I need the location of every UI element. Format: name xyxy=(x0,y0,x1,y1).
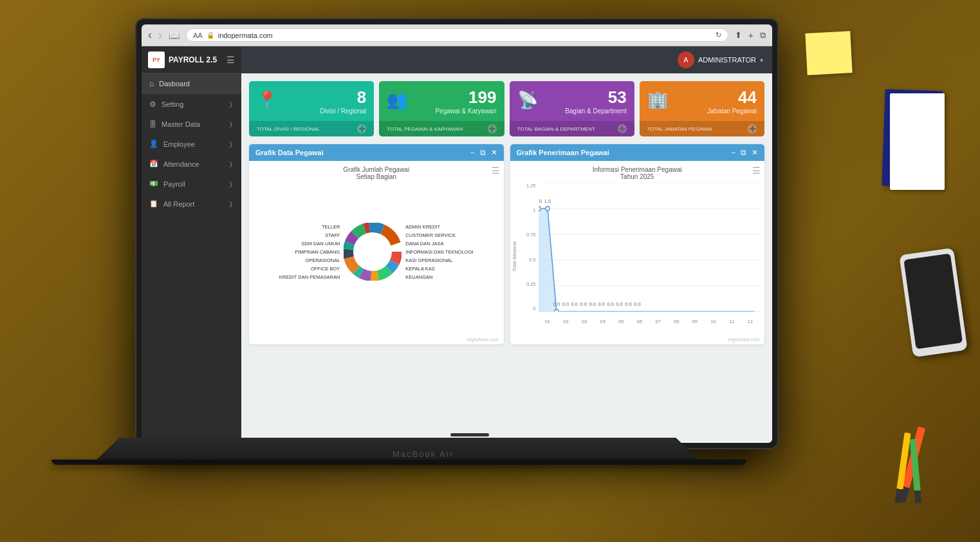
svg-text:0.0: 0.0 xyxy=(607,301,613,307)
pegawai-label: Pegawai & Karyawan xyxy=(435,107,496,115)
stat-card-divisi[interactable]: 📍 8 Divisi / Regional TOTAL DIVISI / REG… xyxy=(249,81,374,136)
admin-avatar: A xyxy=(683,56,688,64)
pegawai-number: 199 xyxy=(435,88,496,107)
browser-refresh-icon[interactable]: ↻ xyxy=(716,31,721,39)
label-operasional: OPERASIONAL xyxy=(279,257,340,263)
svg-text:1.0: 1.0 xyxy=(544,198,550,204)
browser-newtab-icon[interactable]: + xyxy=(748,30,753,41)
label-pimpinan: PIMPINAN CABANG xyxy=(279,249,340,255)
sidebar-item-payroll[interactable]: 💵 Payroll ❯ xyxy=(142,174,241,194)
chart-pegawai-credit: Highcharts.com xyxy=(467,337,499,342)
setting-label: Setting xyxy=(162,100,183,108)
label-keuangan: KEUANGAN xyxy=(405,274,473,280)
employee-arrow-icon: ❯ xyxy=(228,141,234,147)
x-label-04: 04 xyxy=(600,319,606,324)
all-report-arrow-icon: ❯ xyxy=(228,201,234,207)
sidebar-item-dashboard[interactable]: ⌂ Dasboard xyxy=(142,73,241,94)
browser-forward-btn[interactable]: › xyxy=(158,28,162,42)
x-label-12: 12 xyxy=(748,319,753,324)
y-axis-title: Total Absensi xyxy=(511,241,517,272)
browser-tabs-icon[interactable]: ⧉ xyxy=(760,30,766,41)
stat-card-jabatan[interactable]: 🏢 44 Jabatan Pegawai TOTAL JABATAN PEGAW… xyxy=(640,81,764,136)
payroll-label: Payroll xyxy=(163,180,185,188)
divisi-footer-text: TOTAL DIVISI / REGIONAL xyxy=(257,126,320,132)
svg-text:1.0: 1.0 xyxy=(539,198,542,204)
x-label-08: 08 xyxy=(674,319,679,324)
employee-icon: 👤 xyxy=(149,140,158,148)
chart-penerimaan-restore-btn[interactable]: ⧉ xyxy=(741,148,746,157)
jabatan-label: Jabatan Pegawai xyxy=(707,107,757,115)
chart-penerimaan-credit: Highcharts.com xyxy=(728,337,759,342)
y-label-0: 0 xyxy=(533,306,535,312)
stat-card-pegawai[interactable]: 👥 199 Pegawai & Karyawan TOTAL PEGAWAI &… xyxy=(379,81,504,136)
chart-pegawai-restore-btn[interactable]: ⧉ xyxy=(480,148,486,157)
label-staff: STAFF xyxy=(279,232,340,238)
master-data-arrow-icon: ❯ xyxy=(228,121,234,127)
sidebar-item-all-report[interactable]: 📋 All Report ❯ xyxy=(142,194,241,214)
chart-penerimaan-minimize-btn[interactable]: − xyxy=(731,148,735,157)
jabatan-number: 44 xyxy=(707,88,757,107)
chart-penerimaan-menu-icon[interactable]: ☰ xyxy=(752,165,761,176)
stat-card-bagian[interactable]: 📡 53 Bagian & Department TOTAL BAGIAN & … xyxy=(510,81,634,136)
chart-penerimaan-close-btn[interactable]: ✕ xyxy=(752,148,758,157)
setting-icon: ⚙ xyxy=(149,100,156,109)
payroll-arrow-icon: ❯ xyxy=(228,181,234,187)
y-label-075: 0.75 xyxy=(526,232,536,238)
sidebar-item-employee[interactable]: 👤 Employee ❯ xyxy=(142,134,241,154)
x-label-09: 09 xyxy=(692,319,698,324)
divisi-number: 8 xyxy=(320,88,367,107)
bagian-label: Bagian & Department xyxy=(565,107,627,115)
label-kepala-kas: KEPALA KAS xyxy=(405,266,473,272)
label-kasi: KASI OPERASIONAL xyxy=(405,257,473,263)
x-label-10: 10 xyxy=(710,319,716,324)
browser-back-btn[interactable]: ‹ xyxy=(148,28,152,42)
all-report-label: All Report xyxy=(163,200,194,208)
master-data-label: Master Data xyxy=(162,120,200,128)
svg-point-23 xyxy=(539,207,541,211)
svg-text:0.0: 0.0 xyxy=(589,301,595,307)
donut-chart xyxy=(344,223,402,281)
app-logo-text: PAYROLL 2.5 xyxy=(169,55,217,64)
chart-pegawai-panel: Grafik Data Pegawai − ⧉ ✕ Gra xyxy=(249,144,504,344)
label-informasi: INFORMASI DAN TEKNOLOGI xyxy=(405,249,473,255)
chart-penerimaan-subtitle1: Informasi Penerimaan Pegawai xyxy=(515,166,760,173)
admin-dropdown-icon[interactable]: ▾ xyxy=(760,57,763,64)
label-sdm: SDM DAN UMUM xyxy=(279,241,340,247)
admin-label: ADMINISTRATOR xyxy=(698,56,756,64)
pegawai-footer-text: TOTAL PEGAWAI & KARYAWAN xyxy=(387,126,463,132)
svg-point-15 xyxy=(358,238,387,266)
svg-text:0.0: 0.0 xyxy=(553,301,559,307)
sidebar-item-setting[interactable]: ⚙ Setting ❯ xyxy=(142,94,241,115)
browser-share-icon[interactable]: ⬆ xyxy=(735,30,742,40)
chart-pegawai-title: Grafik Data Pegawai xyxy=(255,149,324,156)
jabatan-footer-text: TOTAL JABATAN PEGAWAI xyxy=(647,126,712,132)
bagian-number: 53 xyxy=(565,88,627,107)
x-label-05: 05 xyxy=(618,319,624,324)
dashboard-icon: ⌂ xyxy=(149,79,154,88)
line-chart-svg: 1.0 1.0 0.0 0.0 0.0 0.0 0.0 0.0 xyxy=(539,183,760,312)
svg-text:0.0: 0.0 xyxy=(634,301,640,307)
browser-url[interactable]: indopermata.com xyxy=(218,32,712,39)
y-label-1: 1 xyxy=(533,207,535,213)
all-report-icon: 📋 xyxy=(149,200,158,208)
label-admin-kredit: ADMIN KREDIT xyxy=(405,224,473,230)
label-teller: TELLER xyxy=(279,224,340,230)
svg-text:0.0: 0.0 xyxy=(571,301,577,307)
sidebar-item-attendance[interactable]: 📅 Attendance ❯ xyxy=(142,154,241,174)
svg-text:0.0: 0.0 xyxy=(625,301,631,307)
hamburger-icon[interactable]: ☰ xyxy=(227,55,235,65)
dashboard-label: Dasboard xyxy=(159,80,190,88)
master-data-icon: 🗄 xyxy=(149,120,156,128)
chart-pegawai-minimize-btn[interactable]: − xyxy=(470,148,474,157)
browser-lock-icon: 🔒 xyxy=(207,32,214,39)
payroll-icon: 💵 xyxy=(149,180,158,188)
label-kredit: KREDIT DAN PEMASARAN xyxy=(279,274,340,280)
chart-pegawai-menu-icon[interactable]: ☰ xyxy=(492,165,500,176)
chart-pegawai-subtitle2: Setiap Bagian xyxy=(254,173,499,180)
browser-book-icon[interactable]: 📖 xyxy=(169,30,180,41)
employee-label: Employee xyxy=(163,140,195,148)
chart-panels-row: Grafik Data Pegawai − ⧉ ✕ Gra xyxy=(249,144,764,344)
chart-pegawai-close-btn[interactable]: ✕ xyxy=(491,148,497,157)
attendance-arrow-icon: ❯ xyxy=(228,161,234,167)
sidebar-item-master-data[interactable]: 🗄 Master Data ❯ xyxy=(142,115,241,134)
